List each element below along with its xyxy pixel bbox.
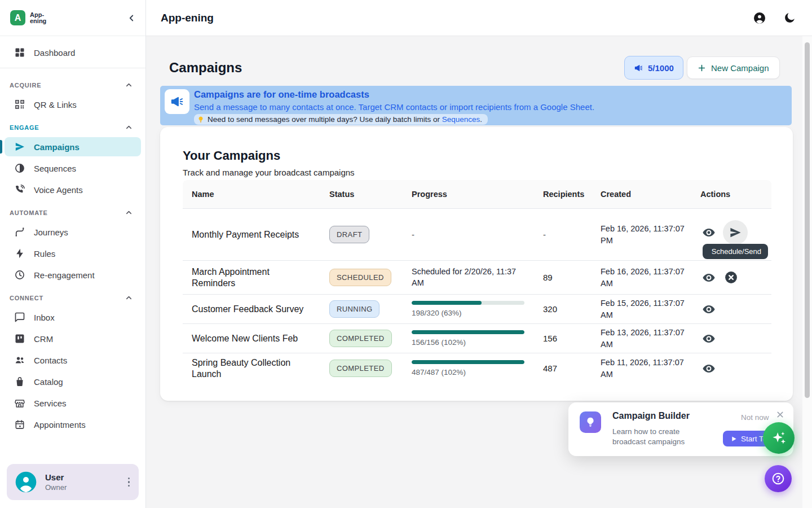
sidebar-item-contacts[interactable]: Contacts bbox=[5, 351, 141, 370]
chevron-left-icon bbox=[126, 13, 136, 23]
user-card[interactable]: User Owner bbox=[7, 464, 139, 500]
campaign-name: Monthly Payment Receipts bbox=[183, 229, 320, 240]
row-actions bbox=[691, 330, 771, 347]
sidebar-item-services[interactable]: Services bbox=[5, 393, 141, 413]
sidebar-item-reengagement[interactable]: Re-engagement bbox=[5, 265, 141, 284]
view-button[interactable] bbox=[700, 224, 717, 241]
section-acquire[interactable]: ACQUIRE bbox=[0, 74, 145, 93]
app-window: A App- ening Dashboard ACQUIRE QR & Link… bbox=[0, 0, 812, 508]
status-badge: COMPLETED bbox=[329, 360, 392, 377]
info-banner: Campaigns are for one-time broadcasts Se… bbox=[160, 86, 792, 125]
section-connect[interactable]: CONNECT bbox=[0, 287, 145, 305]
dark-mode-toggle[interactable] bbox=[783, 11, 796, 24]
campaign-quota-badge[interactable]: 5/1000 bbox=[624, 56, 683, 80]
ai-assistant-button[interactable] bbox=[763, 422, 795, 454]
status-badge: SCHEDULED bbox=[329, 269, 391, 286]
eye-icon bbox=[701, 270, 716, 285]
row-actions bbox=[691, 269, 771, 286]
chevron-up-icon bbox=[125, 81, 133, 89]
not-now-button[interactable]: Not now bbox=[741, 413, 769, 422]
sidebar-item-appointments[interactable]: Appointments bbox=[5, 415, 141, 434]
scrollbar-thumb[interactable] bbox=[805, 42, 810, 398]
chevron-up-icon bbox=[125, 294, 133, 302]
col-name: Name bbox=[183, 190, 320, 199]
sidebar-item-label: Sequences bbox=[34, 164, 76, 173]
send-icon bbox=[729, 226, 742, 239]
account-button[interactable] bbox=[753, 11, 766, 25]
lightbulb-chip bbox=[580, 411, 601, 433]
chevron-up-icon bbox=[125, 208, 133, 217]
active-indicator bbox=[0, 140, 2, 154]
sidebar-item-sequences[interactable]: Sequences bbox=[5, 159, 141, 178]
play-icon bbox=[731, 436, 737, 442]
user-menu-button[interactable] bbox=[126, 475, 133, 489]
cancel-button[interactable] bbox=[723, 269, 739, 286]
created-value: Feb 13, 2026, 11:37:07 AM bbox=[592, 327, 691, 350]
view-button[interactable] bbox=[700, 269, 717, 286]
plus-icon bbox=[698, 64, 706, 72]
view-button[interactable] bbox=[700, 330, 717, 347]
eye-icon bbox=[701, 361, 716, 376]
x-circle-icon bbox=[724, 270, 738, 284]
sidebar-item-label: CRM bbox=[34, 334, 53, 344]
new-campaign-button[interactable]: New Campaign bbox=[687, 56, 780, 79]
sidebar-item-label: Rules bbox=[34, 249, 55, 259]
sidebar: A App- ening Dashboard ACQUIRE QR & Link… bbox=[0, 0, 146, 508]
progress-bar bbox=[412, 301, 482, 305]
banner-body: Send a message to many contacts at once.… bbox=[194, 102, 786, 112]
chat-icon bbox=[14, 312, 25, 323]
table-header: Name Status Progress Recipients Created … bbox=[183, 180, 771, 208]
sidebar-item-voice-agents[interactable]: Voice Agents bbox=[5, 180, 141, 199]
campaign-builder-popup: Campaign Builder Learn how to create bro… bbox=[568, 402, 793, 456]
sidebar-item-campaigns[interactable]: Campaigns bbox=[5, 137, 141, 156]
eye-icon bbox=[701, 331, 716, 346]
question-circle-icon bbox=[771, 471, 785, 486]
section-engage[interactable]: ENGAGE bbox=[0, 116, 145, 135]
sidebar-item-dashboard[interactable]: Dashboard bbox=[5, 43, 141, 62]
divider bbox=[0, 68, 145, 68]
sidebar-item-label: Re-engagement bbox=[34, 270, 95, 280]
send-icon bbox=[14, 141, 25, 152]
sidebar-item-journeys[interactable]: Journeys bbox=[5, 222, 141, 242]
view-button[interactable] bbox=[700, 301, 717, 318]
banner-title: Campaigns are for one-time broadcasts bbox=[194, 89, 786, 100]
sparkles-icon bbox=[770, 430, 787, 446]
progress-bar bbox=[412, 330, 524, 334]
app-logo-icon: A bbox=[10, 10, 25, 25]
col-status: Status bbox=[320, 190, 403, 199]
sidebar-collapse-button[interactable] bbox=[126, 13, 136, 23]
table-row: Customer Feedback Survey RUNNING 198/320… bbox=[183, 294, 771, 323]
campaign-name: Welcome New Clients Feb bbox=[183, 333, 320, 344]
help-button[interactable] bbox=[765, 465, 792, 492]
section-automate[interactable]: AUTOMATE bbox=[0, 202, 145, 220]
progress-value: 198/320 (63%) bbox=[412, 309, 517, 317]
close-icon[interactable] bbox=[774, 408, 787, 421]
schedule-send-button[interactable] bbox=[723, 220, 748, 245]
banner-megaphone-chip bbox=[165, 89, 189, 114]
view-button[interactable] bbox=[700, 360, 717, 377]
sidebar-item-inbox[interactable]: Inbox bbox=[5, 308, 141, 327]
popup-body: Learn how to create broadcast campaigns bbox=[612, 427, 685, 447]
sidebar-item-label: Appointments bbox=[34, 420, 86, 430]
sidebar-item-catalog[interactable]: Catalog bbox=[5, 372, 141, 391]
calendar-icon bbox=[14, 419, 25, 430]
recipients-value: 320 bbox=[534, 304, 592, 314]
progress-cell: 156/156 (102%) bbox=[403, 330, 534, 347]
row-actions bbox=[691, 360, 771, 377]
row-actions bbox=[691, 209, 771, 245]
created-value: Feb 16, 2026, 11:37:07 AM bbox=[592, 266, 691, 289]
half-circle-icon bbox=[14, 163, 25, 174]
sidebar-item-rules[interactable]: Rules bbox=[5, 244, 141, 263]
moon-icon bbox=[783, 11, 796, 24]
table-row: Welcome New Clients Feb COMPLETED 156/15… bbox=[183, 323, 771, 353]
qr-code-icon bbox=[14, 99, 25, 110]
sidebar-item-crm[interactable]: CRM bbox=[5, 329, 141, 348]
table-row: March Appointment Reminders SCHEDULED Sc… bbox=[183, 260, 771, 294]
route-icon bbox=[14, 226, 25, 238]
kanban-icon bbox=[14, 333, 25, 344]
sequences-link[interactable]: Sequences bbox=[442, 115, 480, 124]
user-role: Owner bbox=[45, 483, 67, 492]
page-title: Campaigns bbox=[169, 60, 242, 76]
sidebar-item-qr-links[interactable]: QR & Links bbox=[5, 95, 141, 114]
col-actions: Actions bbox=[691, 190, 771, 199]
